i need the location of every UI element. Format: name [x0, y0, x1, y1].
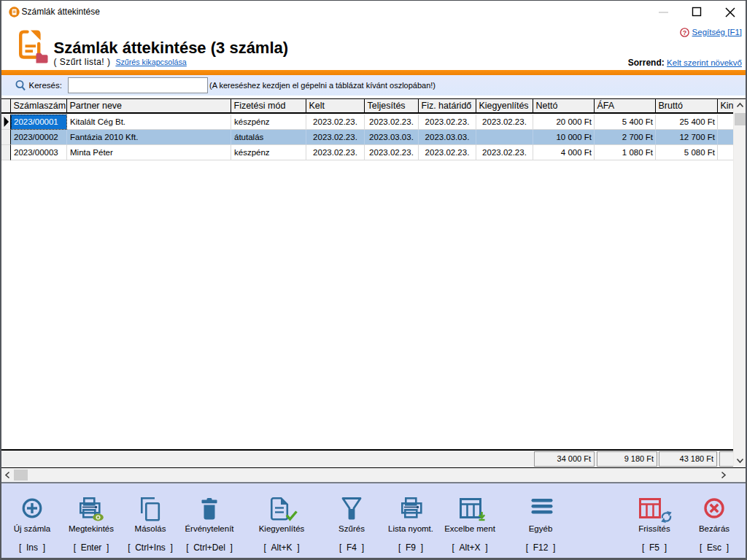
- svg-text:?: ?: [682, 29, 686, 36]
